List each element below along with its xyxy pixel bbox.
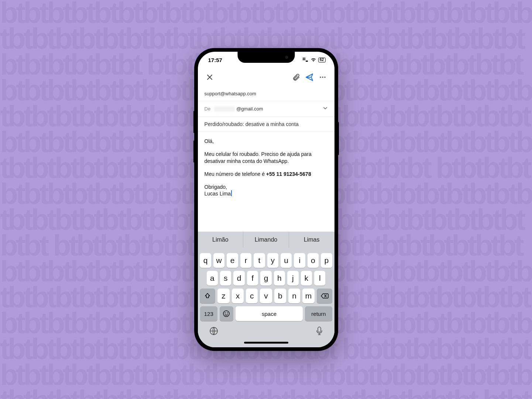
- phone-frame: 17:57 62: [194, 48, 338, 351]
- body-para2: Meu número de telefone é +55 11 91234-56…: [205, 171, 328, 178]
- home-indicator[interactable]: [244, 342, 288, 344]
- key-t[interactable]: t: [254, 253, 265, 268]
- svg-rect-1: [304, 58, 305, 59]
- close-icon: [206, 74, 213, 81]
- to-field[interactable]: support@whatsapp.com: [198, 86, 334, 101]
- suggestion-1[interactable]: Limão: [198, 232, 244, 248]
- key-q[interactable]: q: [200, 253, 211, 268]
- key-o[interactable]: o: [308, 253, 319, 268]
- globe-icon: [209, 326, 219, 336]
- subject-field[interactable]: Perdido/roubado: desative a minha conta: [198, 117, 334, 132]
- notch: [237, 52, 295, 63]
- key-f[interactable]: f: [247, 271, 258, 286]
- key-backspace[interactable]: [317, 289, 332, 303]
- key-x[interactable]: x: [232, 289, 244, 303]
- svg-point-5: [320, 76, 321, 78]
- key-return[interactable]: return: [305, 306, 332, 321]
- from-label: De: [205, 106, 211, 112]
- dual-sim-icon: [303, 58, 309, 62]
- key-v[interactable]: v: [260, 289, 272, 303]
- shift-icon: [204, 293, 211, 299]
- from-username-redacted: [214, 106, 235, 112]
- send-button[interactable]: [303, 71, 316, 84]
- key-shift[interactable]: [200, 289, 215, 303]
- body-signature: Obrigado, Lucas Lima: [205, 184, 328, 198]
- body-para1: Meu celular foi roubado. Preciso de ajud…: [205, 151, 328, 165]
- key-b[interactable]: b: [274, 289, 286, 303]
- key-h[interactable]: h: [274, 271, 285, 286]
- keyboard-row-4: 123 space return: [199, 306, 333, 321]
- svg-rect-12: [318, 327, 321, 332]
- backspace-icon: [320, 293, 329, 299]
- status-time: 17:57: [208, 57, 222, 63]
- compose-toolbar: [198, 68, 334, 86]
- svg-rect-2: [303, 59, 304, 60]
- svg-point-10: [227, 313, 228, 313]
- phone-screen: 17:57 62: [198, 52, 334, 347]
- keyboard: Limão Limando Limas q w e r t y u i o p: [198, 232, 334, 347]
- keyboard-bottom-bar: [199, 321, 333, 340]
- key-j[interactable]: j: [287, 271, 298, 286]
- microphone-icon: [315, 326, 323, 336]
- svg-point-6: [322, 76, 323, 78]
- dictation-button[interactable]: [315, 326, 323, 337]
- key-a[interactable]: a: [207, 271, 218, 286]
- key-e[interactable]: e: [227, 253, 238, 268]
- from-domain: @gmail.com: [236, 106, 263, 112]
- keyboard-row-3: z x c v b n m: [199, 289, 333, 303]
- to-value: support@whatsapp.com: [205, 91, 256, 96]
- key-d[interactable]: d: [233, 271, 244, 286]
- chevron-down-icon: [323, 106, 328, 111]
- key-k[interactable]: k: [301, 271, 312, 286]
- svg-point-9: [225, 313, 226, 313]
- key-r[interactable]: r: [240, 253, 251, 268]
- key-u[interactable]: u: [281, 253, 292, 268]
- svg-point-7: [324, 76, 326, 78]
- suggestion-2[interactable]: Limando: [243, 232, 289, 248]
- text-cursor: [231, 190, 232, 196]
- key-y[interactable]: y: [267, 253, 278, 268]
- svg-point-8: [223, 311, 229, 317]
- key-n[interactable]: n: [288, 289, 300, 303]
- keyboard-row-1: q w e r t y u i o p: [199, 253, 333, 268]
- key-w[interactable]: w: [213, 253, 224, 268]
- key-p[interactable]: p: [321, 253, 332, 268]
- body-greeting: Olá,: [205, 138, 328, 145]
- key-c[interactable]: c: [246, 289, 258, 303]
- key-g[interactable]: g: [260, 271, 271, 286]
- emoji-icon: [223, 310, 230, 317]
- globe-button[interactable]: [209, 326, 219, 337]
- from-field[interactable]: De @gmail.com: [198, 101, 334, 117]
- keyboard-suggestions: Limão Limando Limas: [198, 232, 334, 248]
- key-numbers[interactable]: 123: [200, 306, 218, 321]
- paperclip-icon: [292, 73, 300, 81]
- key-z[interactable]: z: [217, 289, 229, 303]
- key-s[interactable]: s: [220, 271, 231, 286]
- key-m[interactable]: m: [302, 289, 314, 303]
- svg-rect-3: [304, 59, 305, 60]
- send-icon: [305, 73, 314, 82]
- close-button[interactable]: [203, 71, 216, 84]
- email-body[interactable]: Olá, Meu celular foi roubado. Preciso de…: [198, 132, 334, 232]
- key-emoji[interactable]: [220, 306, 233, 321]
- phone-number: +55 11 91234-5678: [266, 171, 311, 177]
- key-i[interactable]: i: [294, 253, 305, 268]
- svg-rect-4: [306, 61, 308, 62]
- key-l[interactable]: l: [314, 271, 325, 286]
- suggestion-3[interactable]: Limas: [289, 232, 334, 248]
- key-space[interactable]: space: [236, 306, 303, 321]
- expand-from-chevron[interactable]: [323, 106, 328, 112]
- keyboard-row-2: a s d f g h j k l: [199, 271, 333, 286]
- more-button[interactable]: [316, 71, 329, 84]
- status-right: 62: [303, 58, 326, 62]
- svg-rect-0: [303, 58, 304, 59]
- subject-text: Perdido/roubado: desative a minha conta: [205, 121, 299, 127]
- battery-indicator: 62: [318, 58, 326, 62]
- attach-button[interactable]: [289, 71, 303, 84]
- wifi-icon: [310, 58, 316, 62]
- more-horizontal-icon: [319, 74, 326, 81]
